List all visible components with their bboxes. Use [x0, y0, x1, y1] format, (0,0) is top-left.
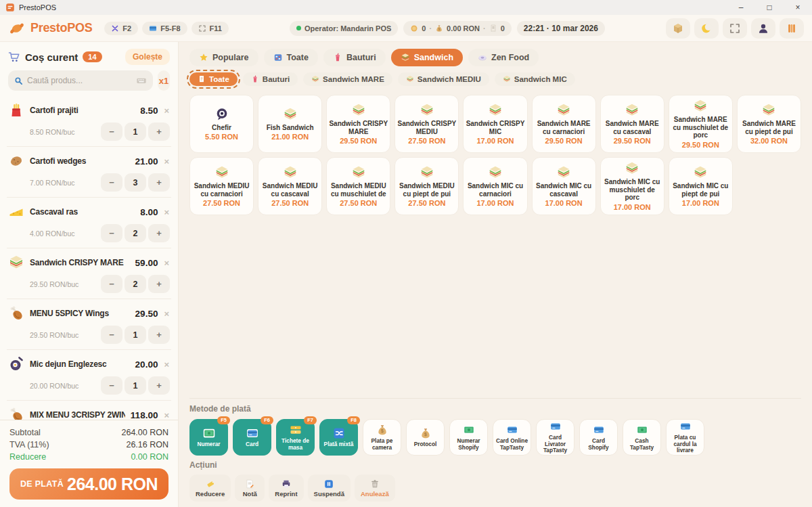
search-input[interactable] — [27, 76, 132, 85]
action-button[interactable]: Reprint — [269, 475, 303, 502]
cart-item: Sandwich CRISPY MARE 59.00 × 29.50 RON/b… — [7, 248, 171, 299]
increase-qty-button[interactable]: + — [148, 326, 170, 344]
product-card[interactable]: Sandwich MEDIU cu muschiulet de 27.50 RO… — [326, 157, 390, 215]
header-quick-button[interactable] — [723, 18, 747, 39]
fkey-badge: F5 — [217, 416, 230, 424]
product-card[interactable]: Sandwich MEDIU cu carnaciori 27.50 RON — [189, 157, 254, 215]
cart-item-name: MIX MENU 3CRISPY 2WINGS — [30, 410, 125, 420]
subcategory-tab[interactable]: Sandwich MARE — [303, 72, 392, 86]
action-button[interactable]: Suspendă — [308, 475, 351, 502]
keyboard-icon[interactable] — [136, 75, 147, 86]
payment-method-button[interactable]: F7 Tichete de masa — [276, 419, 315, 456]
payment-method-button[interactable]: F8 Plată mixtă — [319, 419, 358, 456]
product-card[interactable]: Sandwich CRISPY MIC 17.00 RON — [463, 95, 527, 153]
category-tab[interactable]: Zen Food — [468, 49, 539, 66]
action-button[interactable]: Anulează — [355, 475, 395, 502]
decrease-qty-button[interactable]: − — [101, 173, 122, 192]
product-search[interactable] — [8, 70, 153, 91]
decrease-qty-button[interactable]: − — [101, 326, 122, 344]
product-card[interactable]: Fish Sandwich 21.00 RON — [258, 95, 322, 153]
quantity-multiplier-button[interactable]: x1 — [158, 70, 170, 91]
sandwich-icon — [283, 165, 298, 180]
smallcard-icon — [149, 24, 157, 32]
close-button[interactable]: × — [784, 0, 812, 15]
sandwich-icon — [351, 165, 366, 180]
product-card[interactable]: Sandwich CRISPY MARE 29.50 RON — [326, 95, 390, 153]
remove-item-icon[interactable]: × — [163, 309, 170, 319]
category-tab[interactable]: Bauturi — [323, 49, 386, 66]
increase-qty-button[interactable]: + — [148, 224, 170, 242]
remove-item-icon[interactable]: × — [163, 410, 170, 420]
clear-cart-button[interactable]: Golește — [125, 49, 170, 65]
product-card[interactable]: Sandwich MIC cu carnaciori 17.00 RON — [463, 157, 527, 215]
maximize-button[interactable]: □ — [755, 0, 784, 15]
window-titlebar: PrestoPOS – □ × — [0, 0, 812, 15]
increase-qty-button[interactable]: + — [148, 123, 170, 141]
fkey-badge: F6 — [261, 416, 273, 424]
star-icon — [199, 53, 208, 62]
payment-method-button[interactable]: F5 Numerar — [189, 419, 228, 456]
product-card[interactable]: Sandwich MARE cu piept de pui 32.00 RON — [737, 95, 801, 153]
product-price: 29.50 RON — [340, 137, 377, 145]
product-card[interactable]: Sandwich MIC cu cascaval 17.00 RON — [532, 157, 596, 215]
cart-item-name: Mic dejun Englezesc — [30, 359, 130, 369]
header-quick-button[interactable] — [751, 18, 775, 39]
category-tab[interactable]: Populare — [189, 49, 258, 66]
decrease-qty-button[interactable]: − — [101, 123, 122, 141]
sandwich-icon — [693, 165, 708, 180]
remove-item-icon[interactable]: × — [163, 359, 170, 370]
decrease-qty-button[interactable]: − — [101, 376, 122, 395]
header-quick-button[interactable] — [780, 18, 804, 39]
action-button[interactable]: Reducere — [189, 475, 231, 502]
increase-qty-button[interactable]: + — [148, 376, 170, 395]
remove-item-icon[interactable]: × — [163, 156, 170, 167]
payment-method-button[interactable]: Cash TapTasty — [623, 419, 661, 456]
header-quick-button[interactable] — [666, 18, 690, 39]
payment-method-button[interactable]: Numerar Shopify — [449, 419, 488, 456]
subcategory-tab[interactable]: Sandwich MEDIU — [398, 72, 489, 86]
increase-qty-button[interactable]: + — [148, 173, 170, 192]
payment-method-button[interactable]: $ Protocol — [406, 419, 445, 456]
xkey-icon — [111, 24, 119, 32]
shortcut-pills: F2 F5-F8 F11 — [104, 22, 229, 35]
payment-method-button[interactable]: $ Plata pe camera — [363, 419, 401, 456]
subcategory-tab[interactable]: Toate — [189, 72, 238, 86]
shortcut-pill[interactable]: F5-F8 — [142, 22, 187, 35]
product-card[interactable]: Sandwich MARE cu cascaval 29.50 RON — [600, 95, 664, 153]
card-icon — [549, 420, 562, 433]
payment-method-button[interactable]: Card Livrator TapTasty — [536, 419, 574, 456]
category-tab[interactable]: Toate — [264, 49, 318, 66]
minimize-button[interactable]: – — [727, 0, 755, 15]
product-card[interactable]: Sandwich MARE cu carnaciori 29.50 RON — [532, 95, 596, 153]
decrease-qty-button[interactable]: − — [101, 224, 122, 242]
payment-method-button[interactable]: Plata cu cardul la livrare — [666, 419, 704, 456]
moneybag-icon: $ — [420, 427, 432, 439]
increase-qty-button[interactable]: + — [148, 275, 170, 293]
pay-button[interactable]: DE PLATĂ 264.00 RON — [9, 468, 168, 500]
shortcut-pill[interactable]: F2 — [104, 22, 138, 35]
payment-method-button[interactable]: F6 Card — [233, 419, 271, 456]
product-card[interactable]: Sandwich MEDIU cu cascaval 27.50 RON — [258, 157, 322, 215]
product-card[interactable]: Sandwich MARE cu muschiulet de porc 29.5… — [669, 95, 733, 153]
remove-item-icon[interactable]: × — [163, 207, 170, 217]
cart-item-unit-price: 20.00 RON/buc — [30, 382, 101, 390]
action-button[interactable]: Notă — [235, 475, 265, 502]
product-card[interactable]: Sandwich CRISPY MEDIU 27.50 RON — [394, 95, 459, 153]
remove-item-icon[interactable]: × — [163, 106, 170, 116]
payment-method-button[interactable]: Card Shopify — [579, 419, 618, 456]
product-card[interactable]: Sandwich MIC cu muschiulet de porc 17.00… — [600, 157, 664, 215]
shortcut-pill[interactable]: F11 — [191, 22, 229, 35]
decrease-qty-button[interactable]: − — [101, 275, 122, 293]
subcategory-tab[interactable]: Bauturi — [243, 72, 298, 86]
product-card[interactable]: Sandwich MEDIU cu piept de pui 27.50 RON — [394, 157, 459, 215]
product-card[interactable]: Sandwich MIC cu piept de pui 17.00 RON — [669, 157, 733, 215]
cart-item-total: 8.50 — [140, 106, 158, 116]
cart-item: Cartofi prajiti 8.50 × 8.50 RON/buc − 1 … — [7, 96, 171, 147]
banknote-icon — [203, 427, 215, 439]
payment-method-button[interactable]: Card Online TapTasty — [493, 419, 531, 456]
category-tab[interactable]: Sandwich — [391, 49, 463, 66]
remove-item-icon[interactable]: × — [163, 258, 170, 268]
header-quick-button[interactable] — [694, 18, 719, 39]
product-card[interactable]: Chefir 5.50 RON — [189, 95, 254, 153]
subcategory-tab[interactable]: Sandwich MIC — [495, 72, 575, 86]
